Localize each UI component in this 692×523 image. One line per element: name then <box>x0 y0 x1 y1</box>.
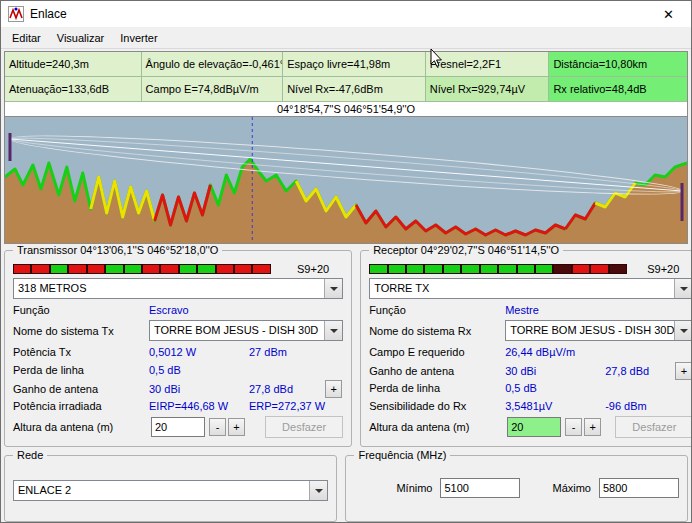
field-value-2: 27,8 dBd <box>605 365 675 377</box>
field-label: Função <box>369 304 505 316</box>
field-label: Sensibilidade do Rx <box>369 400 505 412</box>
freq-max-input[interactable] <box>599 478 679 498</box>
rx-system-value: TORRE BOM JESUS - DISH 30D <box>506 321 674 340</box>
rx-height-increase-button[interactable]: + <box>584 418 601 436</box>
frequency-row: Mínimo Máximo <box>354 478 679 498</box>
freq-min-label: Mínimo <box>396 482 432 494</box>
tx-system-select[interactable]: TORRE BOM JESUS - DISH 30D <box>149 320 343 341</box>
info-cell-field-strength: Campo E=74,8dBµV/m <box>142 77 284 102</box>
rx-height-decrease-button[interactable]: - <box>565 418 582 436</box>
field-label: Perda de linha <box>13 364 149 376</box>
field-value: 0,5012 W <box>149 346 249 358</box>
freq-min-input[interactable] <box>440 478 520 498</box>
terrain-profile-chart[interactable] <box>4 116 688 244</box>
rx-antenna-gain-row: Ganho de antena 30 dBi 27,8 dBd + <box>369 362 692 377</box>
chevron-down-icon <box>680 287 688 291</box>
tx-site-value: 318 METROS <box>14 279 324 298</box>
tx-signal-meter <box>13 264 271 274</box>
field-value-2: -96 dBm <box>605 400 675 412</box>
dropdown-arrow-icon[interactable] <box>674 279 692 298</box>
info-cell-rx-level-uv: Nível Rx=929,74µV <box>426 77 550 102</box>
network-group: Rede ENLACE 2 <box>4 455 337 522</box>
rx-antenna-height-input[interactable] <box>507 417 561 437</box>
tx-height-decrease-button[interactable]: - <box>209 418 226 436</box>
rx-site-value: TORRE TX <box>370 279 674 298</box>
field-value: Escravo <box>149 304 249 316</box>
info-cell-rx-level-dbm: Nível Rx=-47,6dBm <box>283 77 426 102</box>
dropdown-arrow-icon[interactable] <box>324 321 342 340</box>
field-value: Mestre <box>505 304 605 316</box>
tx-meter-row: S9+20 <box>13 263 343 275</box>
tx-rx-panels: Transmissor 04°13'06,1''S 046°52'18,0''O… <box>4 250 688 447</box>
rx-required-field-row: Campo E requerido 26,44 dBµV/m <box>369 344 692 359</box>
info-cell-altitude: Altitude=240,3m <box>5 52 142 77</box>
receiver-group-title: Receptor 04°29'02,7''S 046°51'14,5''O <box>369 244 563 256</box>
dropdown-arrow-icon[interactable] <box>324 279 342 298</box>
field-label: Função <box>13 304 149 316</box>
tx-site-select[interactable]: 318 METROS <box>13 278 343 299</box>
bottom-panels: Rede ENLACE 2 Frequência (MHz) Mínimo Má… <box>4 455 688 522</box>
receiver-group: Receptor 04°29'02,7''S 046°51'14,5''O S9… <box>360 250 692 447</box>
close-icon: ✕ <box>663 7 674 22</box>
tx-system-row: Nome do sistema Tx TORRE BOM JESUS - DIS… <box>13 320 343 341</box>
link-info-panel: Altitude=240,3m Ângulo de elevação=-0,46… <box>4 51 688 102</box>
rx-meter-row: S9+20 <box>369 263 692 275</box>
chevron-down-icon <box>330 287 338 291</box>
field-label: Potência irradiada <box>13 400 149 412</box>
freq-max-label: Máximo <box>552 482 591 494</box>
rx-funcao-row: Função Mestre <box>369 302 692 317</box>
close-button[interactable]: ✕ <box>646 1 691 27</box>
field-value-2: ERP=272,37 W <box>249 400 325 412</box>
menu-editar[interactable]: Editar <box>4 29 49 47</box>
info-cell-distance: Distância=10,80km <box>549 52 687 77</box>
rx-antenna-height-row: Altura da antena (m) - + Desfazer <box>369 416 692 438</box>
rx-antenna-plus-button[interactable]: + <box>675 362 692 380</box>
field-label: Altura da antena (m) <box>369 421 505 433</box>
info-cell-elevation-angle: Ângulo de elevação=-0,461° <box>142 52 284 77</box>
network-group-title: Rede <box>13 449 47 461</box>
field-label: Altura da antena (m) <box>13 421 149 433</box>
field-label: Campo E requerido <box>369 346 505 358</box>
info-cell-fresnel: Fresnel=2,2F1 <box>426 52 550 77</box>
field-label: Ganho de antena <box>369 365 505 377</box>
cursor-coordinates: 04°18'54,7''S 046°51'54,9''O <box>4 102 688 116</box>
network-select[interactable]: ENLACE 2 <box>13 480 328 501</box>
tx-height-increase-button[interactable]: + <box>228 418 245 436</box>
field-value: 3,5481µV <box>505 400 605 412</box>
info-cell-clearance: Espaço livre=41,98m <box>283 52 426 77</box>
rx-sensitivity-row: Sensibilidade do Rx 3,5481µV -96 dBm <box>369 398 692 413</box>
dropdown-arrow-icon[interactable] <box>674 321 692 340</box>
chevron-down-icon <box>315 489 323 493</box>
content-area: Altitude=240,3m Ângulo de elevação=-0,46… <box>1 49 691 522</box>
tx-radiated-power-row: Potência irradiada EIRP=446,68 W ERP=272… <box>13 398 343 413</box>
rx-signal-level: S9+20 <box>647 263 692 275</box>
tx-antenna-plus-button[interactable]: + <box>325 380 342 398</box>
rx-system-row: Nome do sistema Rx TORRE BOM JESUS - DIS… <box>369 320 692 341</box>
menu-inverter[interactable]: Inverter <box>112 29 165 47</box>
tx-antenna-gain-row: Ganho de antena 30 dBi 27,8 dBd + <box>13 380 343 395</box>
field-label: Perda de linha <box>369 382 505 394</box>
field-label: Nome do sistema Rx <box>369 325 505 337</box>
menubar: Editar Visualizar Inverter <box>1 27 691 49</box>
field-value-2: 27 dBm <box>249 346 325 358</box>
tx-antenna-height-input[interactable] <box>151 417 205 437</box>
dropdown-arrow-icon[interactable] <box>309 481 327 500</box>
rx-site-select[interactable]: TORRE TX <box>369 278 692 299</box>
rx-undo-button[interactable]: Desfazer <box>615 416 692 438</box>
field-label: Potência Tx <box>13 346 149 358</box>
chevron-down-icon <box>330 329 338 333</box>
field-value: EIRP=446,68 W <box>149 400 249 412</box>
rx-signal-meter <box>369 264 627 274</box>
field-label: Ganho de antena <box>13 383 149 395</box>
field-value: 0,5 dB <box>505 382 605 394</box>
rx-system-select[interactable]: TORRE BOM JESUS - DISH 30D <box>505 320 692 341</box>
tx-undo-button[interactable]: Desfazer <box>265 416 343 438</box>
menu-visualizar[interactable]: Visualizar <box>49 29 113 47</box>
info-cell-attenuation: Atenuação=133,6dB <box>5 77 142 102</box>
tx-funcao-row: Função Escravo <box>13 302 343 317</box>
field-value: 26,44 dBµV/m <box>505 346 605 358</box>
chevron-down-icon <box>680 329 688 333</box>
field-label: Nome do sistema Tx <box>13 325 149 337</box>
tx-power-row: Potência Tx 0,5012 W 27 dBm <box>13 344 343 359</box>
network-value: ENLACE 2 <box>14 481 309 500</box>
